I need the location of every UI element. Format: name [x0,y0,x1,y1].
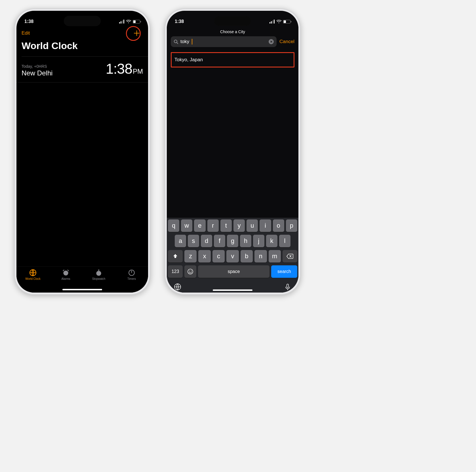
add-city-button[interactable] [130,27,143,39]
key-emoji[interactable] [184,265,196,278]
key-o[interactable]: o [273,219,284,232]
tab-label: Timers [127,277,136,280]
edit-button[interactable]: Edit [22,30,30,36]
emoji-icon [187,268,193,275]
key-delete[interactable] [283,250,297,263]
cellular-icon [119,20,124,24]
key-m[interactable]: m [269,250,281,263]
key-l[interactable]: l [279,235,290,247]
search-icon [174,39,178,44]
key-y[interactable]: y [233,219,245,232]
city-time-ampm: PM [133,67,143,75]
battery-icon [133,20,140,24]
text-cursor [192,39,192,45]
dynamic-island [64,16,101,26]
key-j[interactable]: j [253,235,264,247]
tab-world-clock[interactable]: World Clock [16,269,49,280]
timer-icon [128,269,135,276]
wifi-icon [276,20,281,24]
svg-point-7 [189,271,190,271]
key-k[interactable]: k [266,235,277,247]
key-search[interactable]: search [271,265,297,278]
tab-label: Stopwatch [92,277,106,280]
key-q[interactable]: q [168,219,179,232]
home-indicator[interactable] [213,289,252,291]
key-space[interactable]: space [198,265,269,278]
key-w[interactable]: w [181,219,192,232]
key-z[interactable]: z [184,250,197,263]
status-time: 1:38 [175,19,184,24]
home-indicator[interactable] [62,289,102,290]
key-u[interactable]: u [247,219,258,232]
key-t[interactable]: t [220,219,232,232]
tab-label: World Clock [25,277,41,280]
alarm-icon [62,269,69,276]
key-e[interactable]: e [194,219,205,232]
svg-point-8 [191,271,191,271]
city-time-value: 1:38 [106,61,132,77]
world-clock-header: Edit World Clock [16,27,148,55]
cellular-icon [269,20,275,24]
key-h[interactable]: h [240,235,251,247]
key-i[interactable]: i [260,219,271,232]
shift-icon [172,253,178,259]
tab-bar: World Clock Alarms Stopwatch Timers [16,266,148,293]
battery-icon [283,20,290,24]
phone-screen: 1:38 Edit World Clock Today, +0HRS New D… [16,11,148,293]
clear-search-button[interactable] [269,39,274,44]
svg-rect-3 [98,270,99,270]
key-b[interactable]: b [241,250,253,263]
wifi-icon [126,20,131,24]
city-row-new-delhi[interactable]: Today, +0HRS New Delhi 1:38 PM [16,57,148,82]
key-g[interactable]: g [227,235,238,247]
key-s[interactable]: s [188,235,199,247]
tab-stopwatch[interactable]: Stopwatch [82,269,115,280]
key-n[interactable]: n [254,250,267,263]
tab-label: Alarms [61,277,70,280]
plus-icon [134,30,140,36]
modal-title: Choose a City [167,27,298,36]
page-title: World Clock [22,40,143,51]
key-f[interactable]: f [214,235,225,247]
svg-rect-10 [287,284,288,288]
tab-alarms[interactable]: Alarms [49,269,82,280]
search-result-tokyo[interactable]: Tokyo, Japan [171,52,294,67]
key-x[interactable]: x [198,250,210,263]
key-p[interactable]: p [286,219,297,232]
svg-point-2 [96,271,101,276]
key-a[interactable]: a [175,235,186,247]
city-offset-label: Today, +0HRS [22,64,52,69]
key-123[interactable]: 123 [168,265,183,278]
phone-world-clock: 1:38 Edit World Clock Today, +0HRS New D… [14,9,150,295]
stopwatch-icon [95,269,102,276]
city-name-label: New Delhi [22,69,52,77]
mic-icon[interactable] [284,283,292,291]
svg-point-1 [63,270,68,275]
tab-timers[interactable]: Timers [115,269,148,280]
keyboard: qwertyuiop asdfghjkl zxcvbnm 123 [167,218,298,293]
status-time: 1:38 [24,19,33,24]
key-r[interactable]: r [207,219,219,232]
phone-choose-city: 1:38 Choose a City toky Cancel Tokyo, Ja… [165,9,301,295]
globe-keyboard-icon[interactable] [174,283,182,291]
dynamic-island [214,16,251,26]
key-v[interactable]: v [226,250,239,263]
search-input[interactable]: toky [171,36,277,47]
svg-point-6 [188,269,193,274]
key-shift[interactable] [168,250,183,263]
city-time: 1:38 PM [106,61,143,77]
cancel-button[interactable]: Cancel [279,39,294,45]
phone-screen: 1:38 Choose a City toky Cancel Tokyo, Ja… [167,11,298,293]
key-d[interactable]: d [201,235,212,247]
delete-icon [287,254,293,259]
search-value: toky [180,39,189,45]
key-c[interactable]: c [212,250,225,263]
globe-icon [29,269,37,276]
